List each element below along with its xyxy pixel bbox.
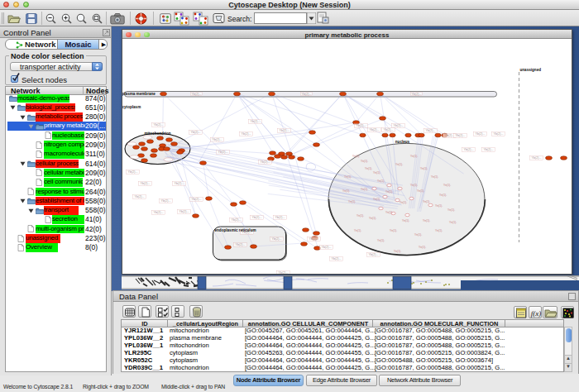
- svg-text:Yn(1).: Yn(1).: [344, 175, 352, 179]
- svg-text:Yb(2)...: Yb(2)...: [384, 128, 394, 131]
- svg-text:mitochondrion: mitochondrion: [144, 131, 170, 136]
- svg-text:Yb(2)...: Yb(2)...: [128, 170, 138, 174]
- svg-text:Yn(1).: Yn(1).: [439, 194, 447, 197]
- svg-text:Yn(1).: Yn(1).: [377, 179, 385, 183]
- svg-text:Yn(1).: Yn(1).: [385, 190, 393, 194]
- svg-text:Yb(2)...: Yb(2)...: [192, 93, 202, 96]
- svg-text:Yb(2)...: Yb(2)...: [394, 124, 404, 127]
- svg-text:Yb(2)...: Yb(2)...: [275, 216, 285, 219]
- svg-text:Yb(2)...: Yb(2)...: [251, 120, 261, 123]
- svg-text:Yb(2)...: Yb(2)...: [332, 257, 342, 261]
- svg-text:Yn(1).: Yn(1).: [447, 208, 455, 212]
- svg-text:Yb(2)...: Yb(2)...: [154, 211, 164, 214]
- svg-text:Yn(1).: Yn(1).: [435, 229, 443, 232]
- svg-text:Yb(2)...: Yb(2)...: [242, 132, 251, 136]
- svg-text:Yb(2)...: Yb(2)...: [426, 129, 436, 132]
- svg-text:Yb(2)...: Yb(2)...: [161, 199, 171, 203]
- svg-text:Yb(2)...: Yb(2)...: [445, 134, 455, 137]
- svg-text:Yb(2)...: Yb(2)...: [322, 246, 332, 249]
- svg-text:Yn(1).: Yn(1).: [420, 167, 428, 170]
- svg-text:Yn(1).: Yn(1).: [410, 184, 418, 187]
- svg-text:Yb(2)...: Yb(2)...: [218, 151, 228, 154]
- svg-text:Yn(1).: Yn(1).: [373, 171, 380, 174]
- svg-text:Yb(2)...: Yb(2)...: [302, 93, 312, 96]
- svg-text:Yn(1).: Yn(1).: [342, 189, 350, 193]
- svg-text:Yb(2)...: Yb(2)...: [179, 210, 189, 213]
- svg-text:Yb(2)...: Yb(2)...: [261, 160, 270, 164]
- svg-text:Yb(2)...: Yb(2)...: [141, 182, 151, 185]
- svg-text:Yn(1).: Yn(1).: [443, 184, 451, 187]
- svg-text:Yn(1).: Yn(1).: [369, 217, 376, 220]
- svg-text:Yb(2)...: Yb(2)...: [154, 123, 164, 127]
- svg-text:Yb(2)...: Yb(2)...: [484, 148, 494, 151]
- svg-text:Yb(2)...: Yb(2)...: [356, 124, 366, 127]
- svg-text:Yn(1).: Yn(1).: [365, 167, 372, 170]
- svg-text:Yb(2)...: Yb(2)...: [370, 128, 380, 131]
- svg-text:Yn(1).: Yn(1).: [435, 204, 443, 208]
- svg-text:Yb(2)...: Yb(2)...: [213, 138, 223, 141]
- svg-text:Yn(1).: Yn(1).: [423, 219, 430, 222]
- svg-text:Yb(2)...: Yb(2)...: [252, 216, 262, 219]
- svg-text:unassigned: unassigned: [520, 68, 542, 72]
- svg-text:Yb(2)...: Yb(2)...: [279, 271, 289, 274]
- svg-text:f(x): f(x): [531, 309, 542, 318]
- svg-text:Yn(1).: Yn(1).: [361, 188, 368, 191]
- svg-text:Yb(2)...: Yb(2)...: [476, 132, 486, 136]
- svg-text:Yb(2)...: Yb(2)...: [236, 243, 246, 246]
- svg-text:Yn(1).: Yn(1).: [385, 211, 393, 214]
- svg-text:Yn(1).: Yn(1).: [348, 200, 356, 203]
- svg-text:Yn(1).: Yn(1).: [354, 229, 361, 232]
- svg-text:Yb(2)...: Yb(2)...: [369, 253, 379, 256]
- svg-text:Yn(1).: Yn(1).: [356, 214, 364, 218]
- svg-text:nucleus: nucleus: [395, 140, 410, 144]
- svg-text:Yn(1).: Yn(1).: [449, 221, 457, 224]
- svg-text:Yn(1).: Yn(1).: [377, 239, 385, 242]
- svg-text:plasma membrane: plasma membrane: [122, 92, 156, 96]
- svg-text:Yn(1).: Yn(1).: [417, 189, 424, 193]
- svg-text:Yb(2)...: Yb(2)...: [412, 93, 422, 96]
- svg-text:Yn(1).: Yn(1).: [390, 229, 397, 232]
- svg-text:Yn(1).: Yn(1).: [419, 246, 426, 249]
- svg-text:endoplasmic reticulum: endoplasmic reticulum: [215, 228, 256, 232]
- svg-text:Yn(1).: Yn(1).: [414, 233, 422, 237]
- svg-text:Yb(2)...: Yb(2)...: [280, 129, 290, 132]
- svg-text:Yb(2)...: Yb(2)...: [532, 156, 542, 160]
- svg-text:Yn(1).: Yn(1).: [400, 201, 407, 204]
- svg-text:Yn(1).: Yn(1).: [361, 160, 368, 163]
- svg-text:Yb(2)...: Yb(2)...: [192, 198, 202, 201]
- svg-text:Yb(2)...: Yb(2)...: [494, 132, 504, 136]
- svg-text:Yn(1).: Yn(1).: [423, 200, 430, 203]
- svg-text:Yn(1).: Yn(1).: [373, 198, 380, 201]
- svg-text:Yb(2)...: Yb(2)...: [135, 195, 145, 198]
- svg-text:Yb(2)...: Yb(2)...: [232, 218, 242, 222]
- svg-text:Yn(1).: Yn(1).: [431, 175, 438, 179]
- svg-text:Yb(2)...: Yb(2)...: [191, 131, 201, 134]
- svg-text:Yn(1).: Yn(1).: [395, 163, 403, 166]
- svg-text:Yb(2)...: Yb(2)...: [456, 134, 466, 137]
- svg-text:Yn(1).: Yn(1).: [394, 250, 401, 253]
- svg-text:Yn(1).: Yn(1).: [402, 219, 409, 222]
- svg-text:Yb(2)...: Yb(2)...: [272, 237, 282, 241]
- svg-text:Yb(2)...: Yb(2)...: [464, 148, 474, 151]
- svg-text:Yn(1).: Yn(1).: [352, 155, 360, 158]
- svg-text:Yn(1).: Yn(1).: [410, 155, 418, 158]
- svg-text:Yb(2)...: Yb(2)...: [309, 237, 319, 241]
- svg-text:Yb(2)...: Yb(2)...: [175, 182, 184, 185]
- svg-text:cytoplasm: cytoplasm: [122, 105, 141, 109]
